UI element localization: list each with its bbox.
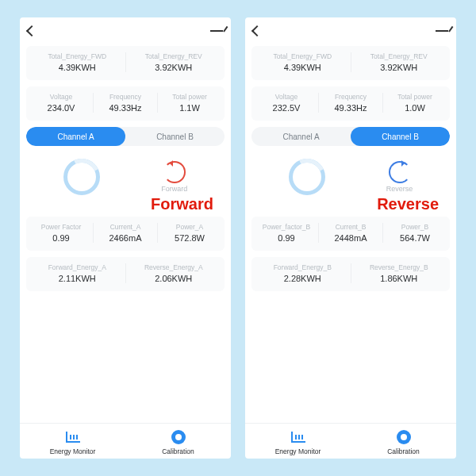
- ch-fwd-label: Forward_Energy_B: [255, 263, 351, 271]
- frequency-label: Frequency: [319, 93, 382, 101]
- direction-label: Forward: [161, 185, 187, 193]
- power-value: 572.8W: [158, 233, 221, 243]
- current-label: Current_A: [94, 223, 157, 231]
- pf-label: Power_factor_B: [255, 223, 318, 231]
- current-value: 2466mA: [94, 233, 157, 243]
- edit-icon[interactable]: [436, 30, 448, 32]
- screen-caption: Forward: [26, 195, 225, 217]
- ch-fwd-label: Forward_Energy_A: [29, 263, 125, 271]
- total-fwd-label: Total_Energy_FWD: [29, 52, 125, 60]
- total-fwd-value: 4.39KWH: [255, 63, 351, 72]
- ch-fwd-value: 2.11KWH: [29, 274, 125, 283]
- total-power-value: 1.0W: [383, 103, 447, 113]
- nav-energy-monitor[interactable]: Energy Monitor: [245, 428, 351, 455]
- total-fwd-label: Total_Energy_FWD: [255, 52, 351, 60]
- voltage-value: 232.5V: [255, 103, 318, 113]
- current-value: 2448mA: [319, 233, 382, 243]
- channel-energy-card: Forward_Energy_A 2.11KWH Reverse_Energy_…: [26, 257, 225, 291]
- total-power-label: Total power: [383, 93, 447, 101]
- chart-icon: [66, 432, 80, 443]
- ch-rev-label: Reverse_Energy_B: [351, 263, 447, 271]
- reverse-arrow-icon: [389, 161, 411, 183]
- voltage-label: Voltage: [255, 93, 318, 101]
- ch-rev-value: 1.86KWH: [351, 274, 447, 283]
- nav-calibration[interactable]: Calibration: [351, 428, 456, 455]
- power-gauge-icon: [63, 159, 100, 195]
- tab-channel-a[interactable]: Channel A: [26, 127, 125, 146]
- channel-stats-card: Power Factor 0.99 Current_A 2466mA Power…: [26, 217, 225, 251]
- nav-calibration[interactable]: Calibration: [125, 428, 231, 455]
- total-power-label: Total power: [158, 93, 221, 101]
- total-rev-label: Total_Energy_REV: [351, 52, 447, 60]
- nav-cal-label: Calibration: [387, 447, 420, 455]
- energy-card: Total_Energy_FWD 4.39KWH Total_Energy_RE…: [251, 46, 450, 80]
- edit-icon[interactable]: [210, 30, 223, 32]
- current-label: Current_B: [319, 223, 382, 231]
- direction-label: Reverse: [386, 185, 413, 193]
- total-rev-value: 3.92KWH: [126, 63, 222, 72]
- tab-channel-a[interactable]: Channel A: [251, 127, 351, 146]
- bottom-nav: Energy Monitor Calibration: [20, 423, 231, 459]
- ch-rev-value: 2.06KWH: [126, 274, 222, 283]
- tab-channel-b[interactable]: Channel B: [351, 127, 450, 146]
- energy-card: Total_Energy_FWD 4.39KWH Total_Energy_RE…: [26, 46, 225, 80]
- gear-icon: [397, 430, 411, 444]
- power-label: Power_B: [383, 223, 447, 231]
- voltage-value: 234.0V: [29, 103, 93, 113]
- power-gauge-icon: [289, 159, 325, 195]
- total-rev-value: 3.92KWH: [351, 63, 447, 72]
- channel-tabs: Channel A Channel B: [251, 127, 450, 146]
- forward-arrow-icon: [163, 161, 186, 183]
- pf-label: Power Factor: [29, 223, 93, 231]
- frequency-value: 49.33Hz: [94, 103, 157, 113]
- channel-energy-card: Forward_Energy_B 2.28KWH Reverse_Energy_…: [251, 257, 450, 291]
- chart-icon: [291, 432, 305, 443]
- total-power-value: 1.1W: [158, 103, 221, 113]
- pf-value: 0.99: [255, 233, 318, 243]
- bottom-nav: Energy Monitor Calibration: [245, 423, 456, 459]
- nav-energy-monitor[interactable]: Energy Monitor: [20, 428, 125, 455]
- total-fwd-value: 4.39KWH: [29, 63, 125, 72]
- frequency-value: 49.33Hz: [319, 103, 382, 113]
- power-value: 564.7W: [383, 233, 447, 243]
- total-rev-label: Total_Energy_REV: [126, 52, 222, 60]
- pf-value: 0.99: [29, 233, 93, 243]
- nav-monitor-label: Energy Monitor: [50, 447, 96, 455]
- power-card: Voltage 234.0V Frequency 49.33Hz Total p…: [26, 86, 225, 121]
- frequency-label: Frequency: [94, 93, 157, 101]
- gear-icon: [171, 430, 186, 444]
- voltage-label: Voltage: [29, 93, 93, 101]
- back-icon[interactable]: [26, 25, 37, 36]
- topbar: [245, 17, 456, 44]
- screen-forward: Total_Energy_FWD 4.39KWH Total_Energy_RE…: [20, 17, 231, 459]
- topbar: [20, 17, 231, 44]
- back-icon[interactable]: [251, 25, 263, 36]
- nav-monitor-label: Energy Monitor: [275, 447, 321, 455]
- tab-channel-b[interactable]: Channel B: [125, 127, 225, 146]
- power-label: Power_A: [158, 223, 221, 231]
- channel-stats-card: Power_factor_B 0.99 Current_B 2448mA Pow…: [251, 217, 450, 251]
- channel-tabs: Channel A Channel B: [26, 127, 225, 146]
- ch-rev-label: Reverse_Energy_A: [126, 263, 222, 271]
- power-card: Voltage 232.5V Frequency 49.33Hz Total p…: [251, 86, 450, 121]
- ch-fwd-value: 2.28KWH: [255, 274, 351, 283]
- nav-cal-label: Calibration: [162, 447, 194, 455]
- screen-caption: Reverse: [251, 195, 450, 217]
- screen-reverse: Total_Energy_FWD 4.39KWH Total_Energy_RE…: [245, 17, 456, 459]
